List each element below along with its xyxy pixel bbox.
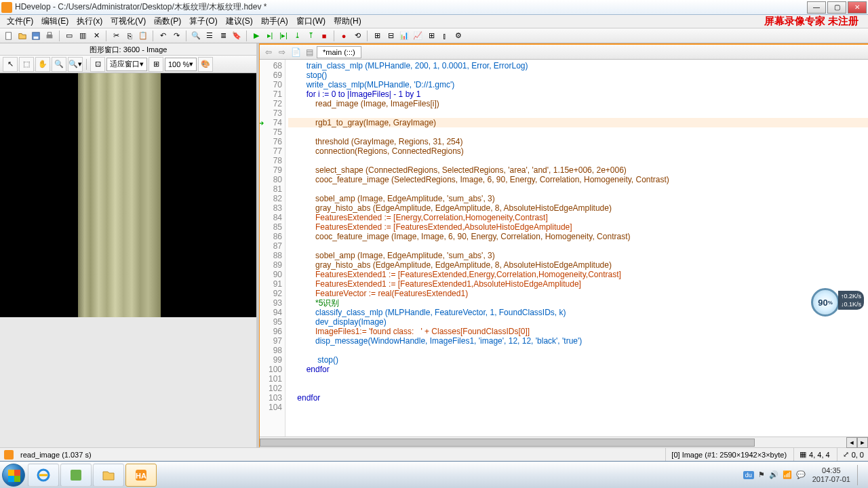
status-bar: read_image (1.037 s) [0] Image (#1: 2590… [0, 447, 868, 461]
status-coord: ▦ 4, 4, 4 [793, 448, 830, 461]
chart3-icon[interactable]: ⊞ [425, 30, 437, 42]
menu-item[interactable]: 窗口(W) [292, 16, 330, 26]
title-bar: HDevelop - C:/Users/Administrator/Deskto… [0, 0, 868, 15]
chart4-icon[interactable]: ⫿ [439, 30, 451, 42]
taskbar-ie[interactable] [28, 464, 59, 487]
status-op: read_image (1.037 s) [20, 451, 92, 459]
scroll-left-icon[interactable]: ◄ [846, 437, 857, 448]
menu-item[interactable]: 文件(F) [3, 16, 37, 26]
scroll-right-icon[interactable]: ► [857, 437, 868, 448]
status-rowcol: ⤢ 0, 0 [837, 448, 864, 461]
reset-icon[interactable]: ⟲ [351, 30, 363, 42]
save-icon[interactable] [30, 30, 42, 42]
chart2-icon[interactable]: 📈 [412, 30, 424, 42]
step-over-icon[interactable]: |▸| [277, 30, 290, 42]
svg-rect-4 [47, 32, 51, 35]
main-area: 图形窗口: 3600 - Image ↖ ⬚ ✋ 🔍 🔍▾ ⊡ 适应窗口 ▾ ⊞… [0, 43, 868, 447]
menu-item[interactable]: 帮助(H) [330, 16, 366, 26]
taskbar-hdevelop[interactable]: HA [125, 464, 157, 487]
undo-icon[interactable]: ↶ [157, 30, 169, 42]
scale-icon[interactable]: ⊞ [149, 57, 163, 72]
code-body[interactable]: train_class_mlp (MLPHandle, 200, 1, 0.00… [285, 60, 868, 436]
main-toolbar: ▭ ▥ ✕ ✂ ⎘ 📋 ↶ ↷ 🔍 ☰ ≣ 🔖 ▶ ▸| |▸| ⤓ ⤒ ■ ●… [0, 28, 868, 43]
nav-list-icon[interactable]: ▤ [303, 46, 315, 58]
minimize-button[interactable]: — [807, 1, 826, 14]
step-into-icon[interactable]: ⤓ [291, 30, 303, 42]
menu-item[interactable]: 函数(P) [150, 16, 185, 26]
fit-combo[interactable]: 适应窗口 ▾ [106, 58, 147, 71]
cut-icon[interactable]: ✂ [110, 30, 122, 42]
run-icon[interactable]: ▶ [250, 30, 262, 42]
system-tray: du ⚑ 🔊 📶 💬 04:352017-07-01 [738, 462, 868, 488]
menu-bar: 文件(F)编辑(E)执行(x)可视化(V)函数(P)算子(O)建议(S)助手(A… [0, 15, 868, 28]
menu-item[interactable]: 执行(x) [73, 16, 106, 26]
step-out-icon[interactable]: ⤒ [304, 30, 317, 42]
list-icon[interactable]: ☰ [203, 30, 216, 42]
color-icon[interactable]: 🎨 [198, 57, 213, 72]
svg-text:HA: HA [136, 472, 146, 480]
code-editor[interactable]: 68697071727374➔7576777879808182838485868… [260, 60, 868, 436]
windows-taskbar: HA du ⚑ 🔊 📶 💬 04:352017-07-01 [0, 461, 868, 488]
nav-func-icon[interactable]: 📄 [290, 46, 302, 58]
chart1-icon[interactable]: 📊 [398, 30, 410, 42]
settings-icon[interactable]: ⚙ [452, 30, 465, 42]
tray-network-icon[interactable]: 📶 [783, 470, 792, 479]
open-icon[interactable] [16, 30, 28, 42]
editor-tab-main[interactable]: *main (:::) [317, 46, 361, 58]
clear-icon[interactable]: ✕ [90, 30, 102, 42]
menu-item[interactable]: 建议(S) [222, 16, 257, 26]
graphics-window-title: 图形窗口: 3600 - Image [0, 43, 256, 56]
paste-icon[interactable]: 📋 [137, 30, 149, 42]
tray-msg-icon[interactable]: 💬 [796, 470, 806, 479]
graphics-viewport[interactable] [0, 73, 256, 317]
stop-icon[interactable]: ■ [318, 30, 330, 42]
svg-rect-2 [34, 36, 39, 39]
maximize-button[interactable]: ▢ [827, 1, 846, 14]
zoom-tool-icon[interactable]: 🔍▾ [68, 57, 83, 72]
step-icon[interactable]: ▸| [264, 30, 276, 42]
line-gutter: 68697071727374➔7576777879808182838485868… [260, 60, 285, 436]
list2-icon[interactable]: ≣ [217, 30, 229, 42]
windows-icon[interactable]: ▥ [77, 30, 89, 42]
redo-icon[interactable]: ↷ [170, 30, 182, 42]
svg-rect-0 [6, 32, 12, 39]
window-icon[interactable]: ▭ [63, 30, 75, 42]
editor-tab-bar: ⇦ ⇨ 📄 ▤ *main (:::) [260, 45, 868, 60]
svg-rect-6 [71, 470, 81, 481]
editor-hscroll[interactable]: ◄ ► [260, 436, 868, 447]
scrollbar-thumb[interactable] [260, 439, 755, 447]
bookmark-icon[interactable]: 🔖 [231, 30, 243, 42]
fit-icon[interactable]: ⊡ [90, 57, 105, 72]
new-icon[interactable] [3, 30, 15, 42]
taskbar-clock[interactable]: 04:352017-07-01 [812, 466, 850, 484]
tray-du-icon[interactable]: du [743, 471, 754, 479]
assist2-icon[interactable]: ⊟ [384, 30, 397, 42]
print-icon[interactable] [43, 30, 56, 42]
close-button[interactable]: ✕ [848, 1, 867, 14]
start-button[interactable] [0, 462, 27, 489]
menu-item[interactable]: 算子(O) [185, 16, 221, 26]
zoom-in-icon[interactable]: 🔍 [52, 57, 66, 72]
nav-fwd-icon[interactable]: ⇨ [276, 46, 288, 58]
menu-item[interactable]: 可视化(V) [106, 16, 150, 26]
graphics-empty-area [0, 317, 256, 447]
pointer-icon[interactable]: ↖ [3, 57, 18, 72]
assist1-icon[interactable]: ⊞ [371, 30, 383, 42]
taskbar-explorer[interactable] [93, 464, 124, 487]
graphics-window-pane: 图形窗口: 3600 - Image ↖ ⬚ ✋ 🔍 🔍▾ ⊡ 适应窗口 ▾ ⊞… [0, 43, 256, 447]
select-icon[interactable]: ⬚ [19, 57, 34, 72]
breakpoint-icon[interactable]: ● [338, 30, 350, 42]
show-desktop-button[interactable] [857, 465, 863, 485]
tray-flag-icon[interactable]: ⚑ [758, 470, 765, 479]
network-gauge-widget[interactable]: 90% ↑0.2K/s↓0.1K/s [811, 288, 857, 317]
copy-icon[interactable]: ⎘ [123, 30, 136, 42]
hand-icon[interactable]: ✋ [35, 57, 50, 72]
tray-volume-icon[interactable]: 🔊 [769, 470, 778, 479]
zoom-combo[interactable]: 100 % ▾ [165, 58, 197, 71]
find-icon[interactable]: 🔍 [190, 30, 202, 42]
taskbar-app1[interactable] [60, 464, 92, 487]
editor-pane: ⇦ ⇨ 📄 ▤ *main (:::) 68697071727374➔75767… [259, 43, 868, 447]
nav-back-icon[interactable]: ⇦ [262, 46, 275, 58]
menu-item[interactable]: 助手(A) [257, 16, 292, 26]
menu-item[interactable]: 编辑(E) [37, 16, 73, 26]
